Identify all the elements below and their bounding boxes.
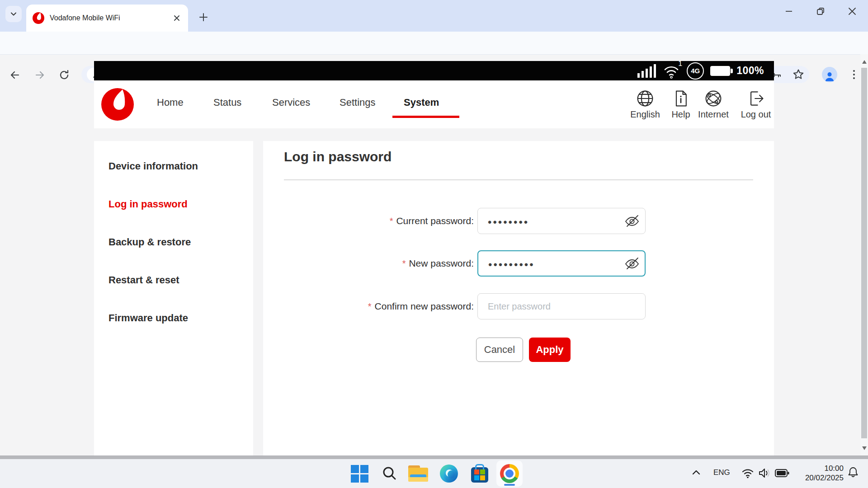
current-password-label: * Current password: [290,208,474,234]
battery-icon [710,66,730,76]
file-explorer-button[interactable] [408,464,428,483]
tray-time: 10:00 [794,464,844,473]
active-nav-underline [392,116,459,118]
wifi-client-count: 1 [678,60,682,68]
nav-item-status[interactable]: Status [213,97,241,108]
system-sidebar: Device information Log in password Backu… [94,141,253,455]
edge-icon [440,465,458,483]
edge-browser-button[interactable] [439,464,459,483]
title-divider [284,179,753,180]
internet-label: Internet [698,109,729,120]
browser-toolbar: Not secure 192.168.0.1/#/system/changePa… [0,32,868,55]
browser-tab-strip: Vodafone Mobile WiFi [0,0,868,32]
current-password-input[interactable] [477,208,646,234]
new-password-input[interactable] [477,250,646,277]
tray-battery-icon[interactable] [775,468,789,478]
help-label: Help [671,109,690,120]
internet-globe-icon [704,89,722,108]
scrollbar-thumb[interactable] [861,68,867,438]
sidebar-item-device-information[interactable]: Device information [94,147,253,185]
store-icon [471,467,488,483]
required-asterisk: * [368,301,372,312]
language-label: English [630,109,660,120]
browser-tab[interactable]: Vodafone Mobile WiFi [26,5,188,32]
help-document-icon [672,89,690,108]
login-password-panel: Log in password * Current password: * Ne… [263,141,774,455]
sidebar-item-firmware-update[interactable]: Firmware update [94,299,253,337]
taskbar-search-button[interactable] [379,464,399,483]
signal-strength-icon [637,64,656,78]
window-minimize-button[interactable] [776,0,802,23]
chrome-active-indicator [504,484,515,486]
browser-menu-icon[interactable] [849,67,859,82]
logout-button[interactable]: Log out [734,89,778,120]
required-asterisk: * [390,216,393,226]
confirm-password-label: * Confirm new password: [290,293,474,319]
form-actions: Cancel Apply [263,338,774,362]
scrollbar-down-arrow[interactable] [860,444,868,452]
cancel-button[interactable]: Cancel [476,338,523,362]
vodafone-favicon-icon [33,12,44,24]
confirm-password-input[interactable] [477,293,646,319]
vodafone-logo-icon [101,88,134,121]
nav-item-services[interactable]: Services [272,97,310,108]
window-restore-button[interactable] [807,0,834,23]
notification-bell-icon[interactable] [847,466,860,479]
apply-button[interactable]: Apply [529,338,571,362]
search-icon [382,466,397,481]
network-4g-badge: 4G [687,62,704,80]
scrollbar-up-arrow[interactable] [860,58,868,66]
required-asterisk: * [402,258,406,269]
tray-volume-icon[interactable] [758,467,771,479]
toggle-visibility-eye-icon[interactable] [624,255,640,272]
tray-language[interactable]: ENG [713,468,730,477]
chevron-down-icon [10,10,17,18]
chrome-icon [500,464,519,483]
browser-profile-avatar[interactable] [822,67,837,82]
confirm-password-row: * Confirm new password: [263,293,774,319]
tab-close-icon[interactable] [172,13,182,23]
current-password-row: * Current password: [263,208,774,234]
battery-percent: 100% [736,65,764,77]
reload-button[interactable] [57,68,71,82]
forward-button[interactable] [33,68,47,82]
tray-wifi-icon[interactable] [741,467,754,479]
tab-search-button[interactable] [5,6,22,22]
sidebar-item-backup-restore[interactable]: Backup & restore [94,223,253,261]
page-title: Log in password [284,149,392,164]
start-button[interactable] [349,464,369,483]
chrome-browser-button[interactable] [500,464,519,483]
new-password-label: * New password: [290,250,474,277]
globe-icon [636,89,654,108]
nav-item-settings[interactable]: Settings [340,97,376,108]
logout-icon [747,89,765,108]
sidebar-item-restart-reset[interactable]: Restart & reset [94,261,253,299]
viewport-bottom-edge [0,455,868,459]
window-close-button[interactable] [839,0,865,23]
tray-date: 20/02/2025 [794,473,844,483]
internet-button[interactable]: Internet [692,89,735,120]
wifi-status-icon: 1 [662,63,680,79]
person-icon [824,70,835,82]
tray-clock[interactable]: 10:00 20/02/2025 [794,464,844,483]
nav-item-system[interactable]: System [404,97,439,108]
microsoft-store-button[interactable] [470,464,490,483]
tray-expand-chevron[interactable] [690,466,703,479]
sidebar-item-login-password[interactable]: Log in password [94,185,253,223]
bookmark-star-icon[interactable] [792,68,806,82]
logout-label: Log out [741,109,771,120]
nav-item-home[interactable]: Home [157,97,184,108]
site-nav-bar: Home Status Services Settings System Eng… [94,80,774,128]
windows-taskbar [0,459,868,488]
folder-icon [408,465,428,482]
device-status-bar: 1 4G 100% [94,61,774,80]
back-button[interactable] [8,68,22,82]
windows-logo-icon [351,465,368,483]
new-password-row: * New password: [263,250,774,277]
screen: Vodafone Mobile WiFi [0,0,868,488]
toggle-visibility-eye-icon[interactable] [624,213,640,229]
new-tab-button[interactable] [195,9,212,25]
tab-title: Vodafone Mobile WiFi [50,14,172,22]
